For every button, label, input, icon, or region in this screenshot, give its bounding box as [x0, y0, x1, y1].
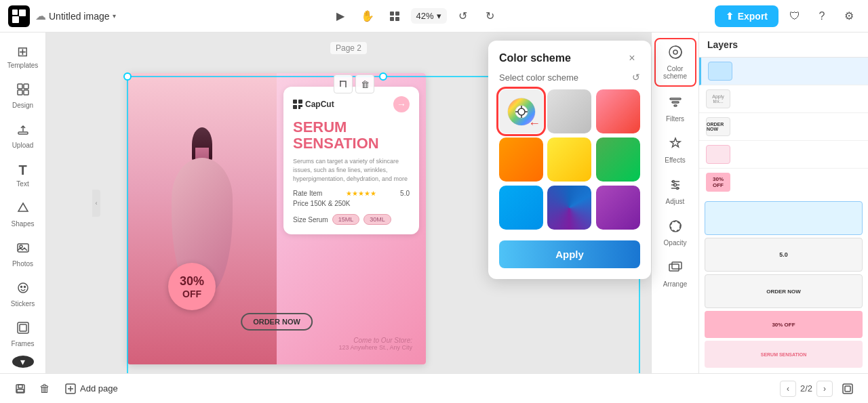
svg-rect-1	[19, 9, 26, 16]
mini-pages: 5.0 ORDER NOW 30% OFF SERUM SENSATION	[699, 196, 868, 373]
svg-rect-7	[18, 84, 22, 89]
add-page-button[interactable]: Add page	[60, 381, 123, 397]
mini-page-3[interactable]: ORDER NOW	[705, 274, 863, 308]
expand-button[interactable]	[838, 379, 857, 398]
svg-rect-20	[293, 100, 297, 104]
layout-tool-button[interactable]	[384, 5, 406, 27]
filters-tool-item[interactable]: Filters	[654, 89, 696, 128]
design-icon	[16, 83, 30, 100]
effects-icon	[668, 136, 683, 154]
arrange-tool-label: Arrange	[663, 280, 688, 288]
size-15ml-button[interactable]: 15ML	[332, 214, 360, 225]
svg-rect-36	[674, 105, 677, 106]
swatch-green[interactable]	[596, 137, 640, 182]
prev-page-button[interactable]: ‹	[780, 381, 796, 397]
upload-icon	[16, 123, 30, 140]
adjust-tool-label: Adjust	[666, 198, 685, 205]
swatch-gray[interactable]	[547, 89, 591, 133]
crop-button[interactable]	[334, 75, 353, 93]
svg-point-33	[673, 50, 677, 54]
layer-item[interactable]: Apply tex...	[699, 85, 868, 113]
sidebar-item-stickers[interactable]: Stickers	[3, 276, 43, 313]
svg-point-40	[671, 221, 680, 231]
shield-button[interactable]: 🛡	[784, 5, 806, 27]
layer-thumbnail: Apply tex...	[706, 89, 730, 108]
arrange-tool-item[interactable]: Arrange	[654, 255, 696, 293]
svg-rect-3	[390, 12, 394, 16]
svg-rect-5	[390, 17, 394, 21]
export-button[interactable]: ⬆ Export	[715, 5, 778, 27]
size-30ml-button[interactable]: 30ML	[363, 214, 391, 225]
swatch-purple[interactable]	[596, 186, 640, 230]
size-label: Size Serum	[293, 216, 328, 224]
zoom-control[interactable]: 42% ▾	[411, 8, 447, 24]
svg-rect-52	[17, 389, 24, 392]
canvas-controls: 🗑	[334, 75, 374, 93]
sidebar-item-frames[interactable]: Frames	[3, 316, 43, 353]
refresh-icon[interactable]: ↺	[632, 72, 640, 83]
select-tool-button[interactable]: ▶	[330, 5, 351, 27]
swatch-yellow[interactable]	[547, 137, 591, 182]
color-scheme-tool-label: Color scheme	[658, 65, 692, 80]
svg-rect-42	[672, 262, 682, 269]
page-label: Page 2	[330, 42, 367, 54]
mini-page-2[interactable]: 5.0	[705, 238, 863, 272]
sidebar-item-design[interactable]: Design	[3, 77, 43, 114]
layer-thumbnail: 30%OFF	[706, 173, 730, 192]
adjust-tool-item[interactable]: Adjust	[654, 172, 696, 211]
bottom-right-controls: ‹ 2/2 ›	[780, 379, 857, 398]
color-scheme-tool-item[interactable]: Color scheme	[654, 38, 696, 87]
undo-button[interactable]: ↺	[452, 5, 474, 27]
help-button[interactable]: ?	[811, 5, 833, 27]
sidebar-item-templates[interactable]: ⊞ Templates	[3, 38, 43, 75]
swatch-pink-red[interactable]	[596, 89, 640, 133]
layers-panel: Layers Apply tex... ORDER NOW	[698, 33, 868, 373]
trash-canvas-button[interactable]: 🗑	[355, 75, 374, 93]
sidebar-item-upload[interactable]: Upload	[3, 117, 43, 154]
mini-page-1[interactable]	[705, 201, 863, 235]
settings-button[interactable]: ⚙	[838, 5, 860, 27]
swatch-orange[interactable]	[499, 137, 543, 182]
file-name-area[interactable]: ☁ Untitled image ▾	[35, 9, 116, 22]
sidebar-item-shapes[interactable]: Shapes	[3, 196, 43, 233]
mini-page-5[interactable]: SERUM SENSATION	[705, 341, 863, 368]
tool-panel: Color scheme Filters Effects	[651, 33, 698, 373]
apply-button[interactable]: Apply	[499, 240, 640, 268]
rainbow-swatch-svg	[506, 96, 537, 127]
file-caret-icon: ▾	[113, 12, 116, 20]
sidebar-item-label-templates: Templates	[7, 62, 39, 69]
effects-tool-item[interactable]: Effects	[654, 131, 696, 169]
sidebar-item-text[interactable]: T Text	[3, 157, 43, 193]
file-name: Untitled image	[49, 11, 110, 22]
save-bottom-button[interactable]	[11, 379, 30, 398]
layer-item[interactable]	[699, 58, 868, 85]
order-now-button[interactable]: ORDER NOW	[241, 313, 313, 331]
arrow-circle: →	[393, 96, 410, 112]
layer-item[interactable]: 30%OFF	[699, 169, 868, 196]
layer-item[interactable]: ORDER NOW	[699, 113, 868, 141]
redo-button[interactable]: ↻	[479, 5, 501, 27]
swatch-blue-purple[interactable]	[547, 186, 591, 230]
layer-item[interactable]	[699, 141, 868, 169]
svg-rect-34	[670, 98, 681, 100]
svg-rect-51	[18, 385, 22, 388]
next-page-button[interactable]: ›	[816, 381, 833, 397]
page-info: 2/2	[800, 383, 812, 394]
rating: 5.0	[400, 190, 410, 197]
sidebar-collapse-handle[interactable]: ‹	[92, 190, 100, 217]
rate-label: Rate Item	[293, 190, 322, 197]
layers-panel-header: Layers	[699, 33, 868, 58]
sidebar-item-photos[interactable]: Photos	[3, 236, 43, 273]
popup-close-button[interactable]: ×	[624, 50, 640, 66]
sidebar-item-label-design: Design	[12, 102, 33, 109]
hand-tool-button[interactable]: ✋	[357, 5, 378, 27]
discount-off: OFF	[182, 289, 201, 299]
user-avatar[interactable]: ▾	[12, 356, 34, 368]
delete-bottom-button[interactable]: 🗑	[35, 379, 54, 398]
layers-list: Apply tex... ORDER NOW 30%OFF	[699, 58, 868, 196]
swatch-rainbow[interactable]: ←	[499, 89, 543, 133]
swatch-blue[interactable]	[499, 186, 543, 230]
svg-rect-10	[24, 90, 28, 95]
opacity-tool-item[interactable]: Opacity	[654, 213, 696, 252]
mini-page-4[interactable]: 30% OFF	[705, 311, 863, 338]
